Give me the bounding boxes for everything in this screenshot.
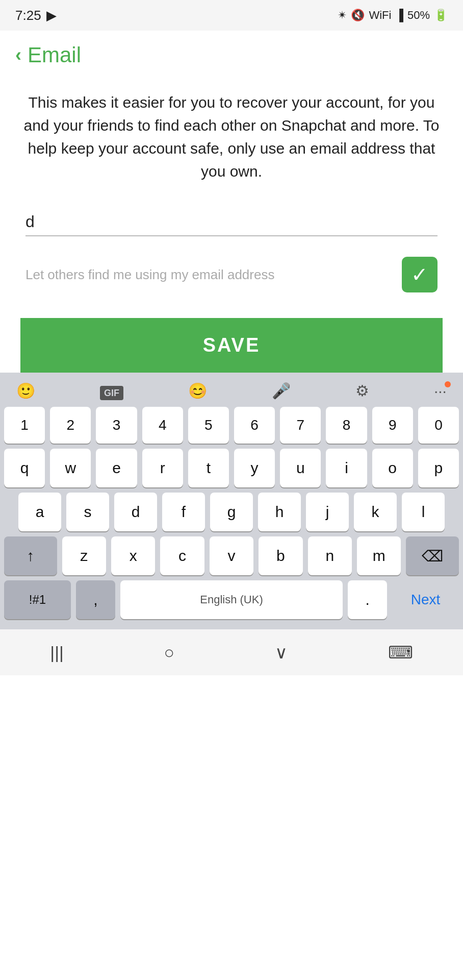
key-e[interactable]: e xyxy=(96,449,137,487)
nav-bar: ||| ○ ∨ ⌨ xyxy=(0,629,463,675)
checkbox-label: Let others find me using my email addres… xyxy=(25,265,274,284)
key-6[interactable]: 6 xyxy=(234,407,275,444)
key-s[interactable]: s xyxy=(66,493,109,531)
key-r[interactable]: r xyxy=(142,449,183,487)
key-3[interactable]: 3 xyxy=(96,407,137,444)
key-l[interactable]: l xyxy=(402,493,445,531)
description-text: This makes it easier for you to recover … xyxy=(20,91,443,183)
next-key[interactable]: Next xyxy=(392,580,459,619)
backspace-key[interactable]: ⌫ xyxy=(406,536,459,575)
number-row: 1 2 3 4 5 6 7 8 9 0 xyxy=(4,407,459,444)
nav-keyboard-icon[interactable]: ⌨ xyxy=(388,642,413,663)
key-7[interactable]: 7 xyxy=(280,407,321,444)
row-qwerty: q w e r t y u i o p xyxy=(4,449,459,487)
video-icon: ▶ xyxy=(46,8,57,23)
nav-back-icon[interactable]: ∨ xyxy=(275,642,288,663)
key-b[interactable]: b xyxy=(259,536,302,575)
status-bar: 7:25 ▶ ✴ 🔇 WiFi ▐ 50% 🔋 xyxy=(0,0,463,31)
key-1[interactable]: 1 xyxy=(4,407,45,444)
key-x[interactable]: x xyxy=(111,536,155,575)
key-w[interactable]: w xyxy=(50,449,91,487)
mute-icon: 🔇 xyxy=(351,9,365,22)
key-d[interactable]: d xyxy=(114,493,157,531)
email-input-container xyxy=(20,208,443,236)
key-p[interactable]: p xyxy=(418,449,459,487)
key-i[interactable]: i xyxy=(326,449,367,487)
key-g[interactable]: g xyxy=(210,493,253,531)
main-content: This makes it easier for you to recover … xyxy=(0,76,463,373)
keyboard: 1 2 3 4 5 6 7 8 9 0 q w e r t y u i o p … xyxy=(0,407,463,629)
comma-key[interactable]: , xyxy=(76,580,115,619)
key-a[interactable]: a xyxy=(18,493,61,531)
key-y[interactable]: y xyxy=(234,449,275,487)
key-q[interactable]: q xyxy=(4,449,45,487)
key-m[interactable]: m xyxy=(357,536,401,575)
signal-icon: ▐ xyxy=(395,9,403,22)
header: ‹ Email xyxy=(0,31,463,76)
battery-icon: 🔋 xyxy=(434,9,448,22)
bottom-row: !#1 , English (UK) . Next xyxy=(4,580,459,619)
wifi-icon: WiFi xyxy=(369,9,391,22)
key-h[interactable]: h xyxy=(258,493,301,531)
settings-icon[interactable]: ⚙ xyxy=(349,379,375,403)
gif-icon[interactable]: GIF xyxy=(94,379,130,403)
key-o[interactable]: o xyxy=(372,449,413,487)
sticker-icon[interactable]: 🙂 xyxy=(10,379,41,403)
checkbox-row: Let others find me using my email addres… xyxy=(20,257,443,292)
status-bar-right: ✴ 🔇 WiFi ▐ 50% 🔋 xyxy=(338,9,448,22)
space-key[interactable]: English (UK) xyxy=(120,580,343,619)
key-9[interactable]: 9 xyxy=(372,407,413,444)
emoji-icon[interactable]: 😊 xyxy=(182,379,213,403)
nav-menu-icon[interactable]: ||| xyxy=(50,643,64,663)
key-v[interactable]: v xyxy=(210,536,253,575)
status-bar-left: 7:25 ▶ xyxy=(15,8,57,23)
notification-dot xyxy=(445,381,451,387)
row-asdf: a s d f g h j k l xyxy=(18,493,445,531)
save-button[interactable]: SAVE xyxy=(20,318,443,373)
time: 7:25 xyxy=(15,8,41,23)
page-title: Email xyxy=(28,43,81,67)
battery-percent: 50% xyxy=(407,9,430,22)
email-input[interactable] xyxy=(25,208,438,236)
key-t[interactable]: t xyxy=(188,449,229,487)
key-j[interactable]: j xyxy=(306,493,349,531)
key-4[interactable]: 4 xyxy=(142,407,183,444)
key-2[interactable]: 2 xyxy=(50,407,91,444)
shift-key[interactable]: ↑ xyxy=(4,536,57,575)
dot-key[interactable]: . xyxy=(348,580,387,619)
symbol-key[interactable]: !#1 xyxy=(4,580,71,619)
key-z[interactable]: z xyxy=(62,536,106,575)
key-8[interactable]: 8 xyxy=(326,407,367,444)
back-button[interactable]: ‹ xyxy=(15,46,21,64)
key-5[interactable]: 5 xyxy=(188,407,229,444)
key-n[interactable]: n xyxy=(308,536,352,575)
checkmark-icon: ✓ xyxy=(411,263,428,286)
key-0[interactable]: 0 xyxy=(418,407,459,444)
row-zxcv: ↑ z x c v b n m ⌫ xyxy=(4,536,459,575)
mic-icon[interactable]: 🎤 xyxy=(266,379,297,403)
find-me-checkbox[interactable]: ✓ xyxy=(402,257,438,292)
more-icon[interactable]: ··· xyxy=(428,379,453,403)
key-f[interactable]: f xyxy=(162,493,205,531)
nav-home-icon[interactable]: ○ xyxy=(164,643,175,663)
bluetooth-icon: ✴ xyxy=(338,9,347,22)
keyboard-toolbar: 🙂 GIF 😊 🎤 ⚙ ··· xyxy=(0,373,463,407)
key-k[interactable]: k xyxy=(354,493,397,531)
key-c[interactable]: c xyxy=(160,536,204,575)
key-u[interactable]: u xyxy=(280,449,321,487)
